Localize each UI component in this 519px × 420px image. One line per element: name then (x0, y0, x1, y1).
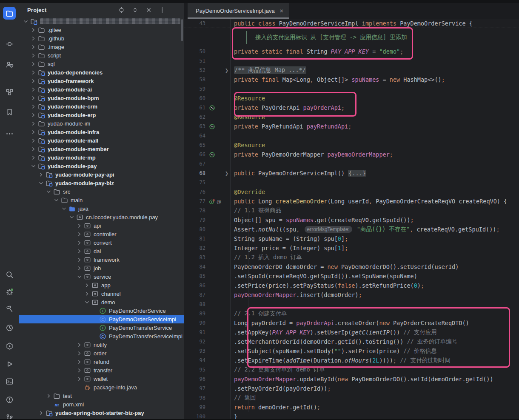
code-line-84[interactable]: 84 PayDemoOrderDO demoOrder = new PayDem… (184, 262, 519, 271)
chevron-right-icon[interactable] (30, 154, 37, 161)
tree-item-paydemoorderservice[interactable]: IPayDemoOrderService (19, 306, 184, 315)
code-line-77[interactable]: 77I@ public Long createDemoOrder(Long us… (184, 197, 519, 206)
chevron-right-icon[interactable] (30, 35, 37, 42)
chevron-right-icon[interactable] (30, 61, 37, 67)
code-line-43[interactable]: 43public class PayDemoOrderServiceImpl i… (184, 19, 519, 28)
tree-item-controller[interactable]: controller (19, 230, 184, 238)
tree-item-yudao-module-infra[interactable]: yudao-module-infra (19, 128, 184, 136)
collapse-all-icon[interactable] (145, 6, 152, 14)
chevron-right-icon[interactable] (76, 223, 83, 229)
code-line-58[interactable]: 58 private final Map<Long, Object[]> spu… (184, 75, 519, 84)
close-icon[interactable]: ✕ (279, 8, 284, 14)
chevron-right-icon[interactable] (30, 78, 37, 84)
chevron-down-icon[interactable] (30, 163, 37, 169)
code-line-85[interactable]: 85 .setSpuId(createReqVO.getSpuId()).set… (184, 271, 519, 281)
services-icon[interactable] (3, 340, 16, 352)
tree-item-yudao-module-pay-biz[interactable]: yudao-module-pay-biz (19, 179, 184, 187)
chevron-right-icon[interactable] (30, 69, 37, 76)
autowired-bean-icon[interactable] (209, 105, 215, 111)
chevron-right-icon[interactable] (30, 146, 37, 152)
chevron-right-icon[interactable] (76, 342, 83, 348)
chevron-right-icon[interactable] (76, 350, 83, 357)
autowired-bean-icon[interactable] (209, 151, 215, 158)
tree-item-wallet[interactable]: wallet (19, 374, 184, 383)
code-line-80[interactable]: 80 Assert.notNull(spu, errorMsgTemplate:… (184, 225, 519, 234)
code-viewport[interactable]: 43public class PayDemoOrderServiceImpl i… (184, 19, 519, 419)
code-line-60[interactable]: 60 @Resource (184, 94, 519, 103)
tree-item-demo[interactable]: demo (19, 298, 184, 306)
project-icon[interactable] (3, 7, 16, 20)
tree-item-script[interactable]: script (19, 51, 184, 60)
tree-item-yudao-dependencies[interactable]: yudao-dependencies (19, 68, 184, 77)
terminal-icon[interactable] (3, 375, 16, 388)
tree-scrollbar-thumb[interactable] (181, 19, 183, 41)
code-line-83[interactable]: 83 // 1.2 插入 demo 订单 (184, 253, 519, 262)
code-line-50[interactable]: 50 private static final String PAY_APP_K… (184, 47, 519, 56)
run-icon[interactable] (3, 357, 16, 370)
code-line-52[interactable]: 52❯ /** 商品信息 Map ...*/ (184, 66, 519, 75)
debug-icon[interactable] (3, 285, 16, 298)
structure-icon[interactable] (3, 86, 16, 98)
code-line-68[interactable]: 68❯ public PayDemoOrderServiceImpl() {..… (184, 169, 519, 178)
chevron-right-icon[interactable] (76, 248, 83, 254)
code-line-92[interactable]: 92 .setMerchantOrderId(demoOrder.getId()… (184, 337, 519, 346)
pull-requests-icon[interactable]: ? (3, 58, 16, 71)
chevron-right-icon[interactable] (30, 27, 37, 33)
implements-method-icon[interactable]: I (209, 198, 215, 205)
tree-item-yudao-module-pay-api[interactable]: yudao-module-pay-api (19, 170, 184, 179)
code-line-59[interactable]: 59 (184, 84, 519, 94)
chevron-right-icon[interactable] (30, 95, 37, 101)
bookmarks-icon[interactable] (3, 106, 16, 118)
locate-file-icon[interactable] (117, 6, 125, 14)
code-line-87[interactable]: 87 payDemoOrderMapper.insert(demoOrder); (184, 290, 519, 300)
code-line-51[interactable]: 51 (184, 56, 519, 66)
tree-item-yudao-spring-boot-starter-biz-pay[interactable]: yudao-spring-boot-starter-biz-pay (19, 409, 184, 417)
chevron-right-icon[interactable] (84, 282, 90, 289)
chevron-right-icon[interactable] (30, 129, 37, 135)
tree-item-app[interactable]: app (19, 281, 184, 289)
build-icon[interactable] (3, 303, 16, 315)
tree-item-service[interactable]: service (19, 272, 184, 281)
tree-item--image[interactable]: .image (19, 43, 184, 51)
chevron-down-icon[interactable] (61, 206, 67, 212)
code-line-63[interactable]: 63 private PayRefundApi payRefundApi; (184, 122, 519, 131)
code-line-98[interactable]: 98 // 返回 (184, 393, 519, 403)
code-line-90[interactable]: 90 Long payOrderId = payOrderApi.createO… (184, 318, 519, 328)
expand-collapse-icon[interactable] (131, 6, 139, 14)
chevron-right-icon[interactable] (30, 137, 37, 144)
code-line-76[interactable]: 76 @Override (184, 187, 519, 197)
tree-item-yudao-module-crm[interactable]: yudao-module-crm (19, 102, 184, 111)
chevron-right-icon[interactable] (30, 44, 37, 50)
tree-item-api[interactable]: api (19, 221, 184, 230)
tree-item-channel[interactable]: channel (19, 289, 184, 298)
tree-item-yudao-module-erp[interactable]: yudao-module-erp (19, 111, 184, 119)
tree-item-paydemoorderserviceimpl[interactable]: CPayDemoOrderServiceImpl (19, 315, 184, 323)
tree-item-sql[interactable]: sql (19, 60, 184, 68)
code-line-95[interactable]: 95 // 2.2 更新支付单到 demo 订单 (184, 365, 519, 374)
chevron-right-icon[interactable] (76, 231, 83, 237)
tab-paydemoorderserviceimpl[interactable]: C PayDemoOrderServiceImpl.java ✕ (188, 3, 289, 19)
chevron-down-icon[interactable] (84, 299, 90, 306)
tree-item-main[interactable]: main (19, 196, 184, 204)
code-line-66[interactable]: 66 private PayDemoOrderMapper payDemoOrd… (184, 150, 519, 159)
chevron-down-icon[interactable] (23, 18, 29, 25)
tree-item-notify[interactable]: notify (19, 340, 184, 349)
more-tools-icon[interactable] (3, 127, 16, 140)
code-line-94[interactable]: 94 .setExpireTime(addTime(Duration.ofHou… (184, 356, 519, 365)
code-line-86[interactable]: 86 .setPrice(price).setPayStatus(false).… (184, 281, 519, 290)
chevron-down-icon[interactable] (46, 189, 52, 195)
chevron-right-icon[interactable] (30, 52, 37, 59)
chevron-right-icon[interactable] (30, 112, 37, 118)
tree-item-transfer[interactable]: transfer (19, 366, 184, 374)
hide-icon[interactable] (172, 6, 180, 14)
tree-item-test[interactable]: test (19, 391, 184, 400)
code-line-89[interactable]: 89 // 2.1 创建支付单 (184, 309, 519, 318)
code-line-64[interactable]: 64 (184, 131, 519, 140)
tree-item-package-info-java[interactable]: package-info.java (19, 383, 184, 391)
problems-icon[interactable] (3, 393, 16, 406)
code-line-61[interactable]: 61 private PayOrderApi payOrderApi; (184, 103, 519, 112)
tree-item-order[interactable]: order (19, 349, 184, 357)
project-panel-title[interactable]: Project (27, 7, 46, 13)
search-icon[interactable] (3, 268, 16, 281)
autowired-bean-icon[interactable] (209, 123, 215, 130)
